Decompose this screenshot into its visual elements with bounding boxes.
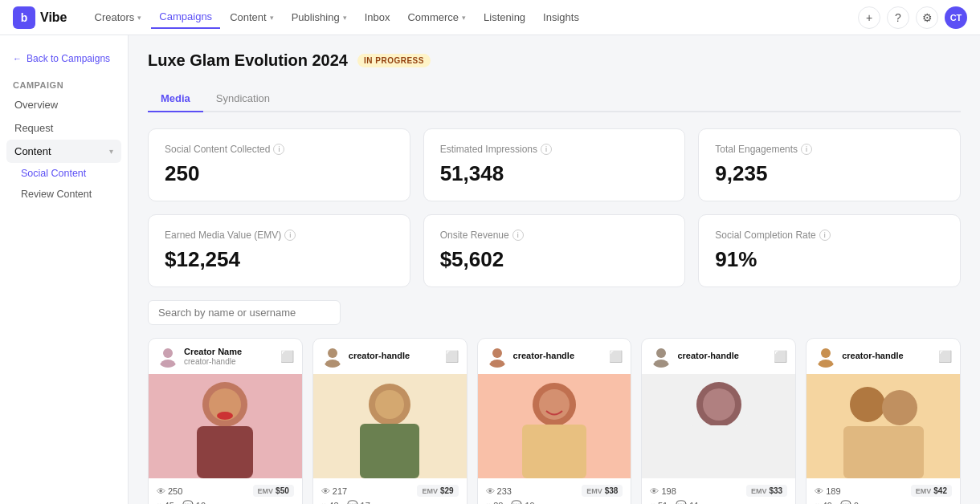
stats-row: 👁 217 EMV $29 <box>321 485 459 497</box>
nav-items: Creators ▾ Campaigns Content ▾ Publishin… <box>87 6 859 29</box>
creator-image <box>478 374 631 478</box>
card-header: creator-handle ⬜ <box>478 339 631 374</box>
top-nav: b Vibe Creators ▾ Campaigns Content ▾ Pu… <box>0 0 980 35</box>
search-input[interactable] <box>148 300 341 325</box>
chevron-down-icon: ▾ <box>462 14 466 22</box>
back-to-campaigns[interactable]: ← Back to Campaigns <box>0 48 128 74</box>
svg-rect-19 <box>688 425 749 478</box>
creator-name: creator-handle <box>513 351 574 361</box>
nav-inbox[interactable]: Inbox <box>357 6 398 28</box>
info-icon[interactable]: i <box>512 230 524 241</box>
creator-image <box>806 374 960 478</box>
heart-icon: ♥ <box>650 501 655 505</box>
svg-point-24 <box>882 390 917 425</box>
svg-point-16 <box>656 348 666 358</box>
info-icon[interactable]: i <box>284 230 296 241</box>
stat-emv: Earned Media Value (EMV) i $12,254 <box>148 214 410 287</box>
info-icon[interactable]: i <box>273 144 284 155</box>
logo[interactable]: b Vibe <box>13 6 67 29</box>
instagram-icon[interactable]: ⬜ <box>609 350 623 363</box>
nav-publishing[interactable]: Publishing ▾ <box>284 6 355 28</box>
card-header: Creator Name creator-handle ⬜ <box>149 339 302 374</box>
creator-handle: creator-handle <box>184 357 242 366</box>
comments-stat: 💬 10 <box>182 500 206 504</box>
creator-grid-row1: Creator Name creator-handle ⬜ <box>148 338 961 504</box>
stat-onsite-revenue: Onsite Revenue i $5,602 <box>423 214 686 287</box>
svg-point-17 <box>653 360 669 368</box>
stats-row-1: Social Content Collected i 250 Estimated… <box>148 128 961 201</box>
nav-insights[interactable]: Insights <box>535 6 587 28</box>
svg-point-23 <box>850 387 885 422</box>
nav-campaigns[interactable]: Campaigns <box>151 6 220 29</box>
stat-label: Estimated Impressions i <box>440 144 669 155</box>
svg-point-21 <box>821 348 831 358</box>
card-header: creator-handle ⬜ <box>806 339 960 374</box>
sidebar-item-review-content[interactable]: Review Content <box>6 184 121 205</box>
comments-stat: 💬 11 <box>676 500 699 504</box>
sidebar-item-overview[interactable]: Overview <box>6 93 121 116</box>
nav-actions: + ? ⚙ CT <box>858 6 967 29</box>
chevron-down-icon: ▾ <box>270 14 274 22</box>
creator-card: Creator Name creator-handle ⬜ <box>148 338 303 504</box>
creator-image <box>642 374 795 478</box>
nav-content[interactable]: Content ▾ <box>222 6 282 28</box>
help-button[interactable]: ? <box>887 6 909 29</box>
creator-card: creator-handle ⬜ <box>477 338 632 504</box>
sidebar-item-request[interactable]: Request <box>6 116 121 140</box>
stat-engagements: Total Engagements i 9,235 <box>698 128 961 201</box>
instagram-icon[interactable]: ⬜ <box>280 350 294 363</box>
main-layout: ← Back to Campaigns Campaign Overview Re… <box>0 35 980 504</box>
stats-row: 👁 189 EMV $42 <box>815 485 952 497</box>
views-stat: 👁 233 <box>486 486 512 496</box>
sidebar-item-content[interactable]: Content ▾ <box>6 140 121 163</box>
eye-icon: 👁 <box>157 486 165 496</box>
stat-value: $12,254 <box>165 247 394 272</box>
emv-badge: EMV $38 <box>582 485 623 497</box>
creator-info: creator-handle <box>650 345 738 368</box>
tab-syndication[interactable]: Syndication <box>203 86 283 112</box>
sidebar-campaign-section: Campaign Overview Request Content ▾ Soci… <box>0 74 128 205</box>
instagram-icon[interactable]: ⬜ <box>445 350 459 363</box>
stat-label: Total Engagements i <box>715 144 944 155</box>
add-button[interactable]: + <box>858 6 880 29</box>
stats-row: ♥ 45 💬 10 <box>157 500 294 504</box>
emv-badge: EMV $29 <box>417 485 458 497</box>
page-title: Luxe Glam Evolution 2024 <box>148 51 348 70</box>
svg-rect-14 <box>522 425 586 478</box>
creator-stats: 👁 189 EMV $42 ♥ 49 <box>806 478 960 504</box>
chevron-down-icon: ▾ <box>109 147 113 156</box>
info-icon[interactable]: i <box>819 230 831 241</box>
svg-point-5 <box>217 412 233 420</box>
settings-button[interactable]: ⚙ <box>916 6 938 29</box>
stat-value: $5,602 <box>440 247 669 272</box>
heart-icon: ♥ <box>157 501 162 505</box>
chevron-down-icon: ▾ <box>343 14 347 22</box>
user-avatar[interactable]: CT <box>945 6 967 29</box>
views-stat: 👁 250 <box>157 486 182 496</box>
info-icon[interactable]: i <box>541 144 552 155</box>
eye-icon: 👁 <box>486 486 495 496</box>
instagram-icon[interactable]: ⬜ <box>938 350 952 363</box>
likes-stat: ♥ 43 <box>321 501 339 505</box>
back-arrow-icon: ← <box>13 54 22 63</box>
creator-stats: 👁 217 EMV $29 ♥ 43 <box>313 478 467 504</box>
svg-rect-9 <box>360 424 419 478</box>
creator-card: creator-handle ⬜ <box>312 338 468 504</box>
comment-icon: 💬 <box>676 500 687 504</box>
creator-card: creator-handle ⬜ <box>641 338 796 504</box>
nav-commerce[interactable]: Commerce ▾ <box>399 6 474 28</box>
nav-creators[interactable]: Creators ▾ <box>87 6 150 28</box>
instagram-icon[interactable]: ⬜ <box>774 350 787 363</box>
svg-point-20 <box>703 388 735 421</box>
tab-media[interactable]: Media <box>148 86 203 112</box>
eye-icon: 👁 <box>321 486 330 496</box>
info-icon[interactable]: i <box>801 144 812 155</box>
svg-point-12 <box>489 360 505 368</box>
nav-listening[interactable]: Listening <box>476 6 533 28</box>
card-header: creator-handle ⬜ <box>642 339 795 374</box>
logo-text: Vibe <box>40 10 67 25</box>
stat-label: Onsite Revenue i <box>440 230 669 241</box>
sidebar-item-social-content[interactable]: Social Content <box>6 163 121 184</box>
avatar <box>157 345 179 368</box>
chevron-down-icon: ▾ <box>137 14 141 22</box>
